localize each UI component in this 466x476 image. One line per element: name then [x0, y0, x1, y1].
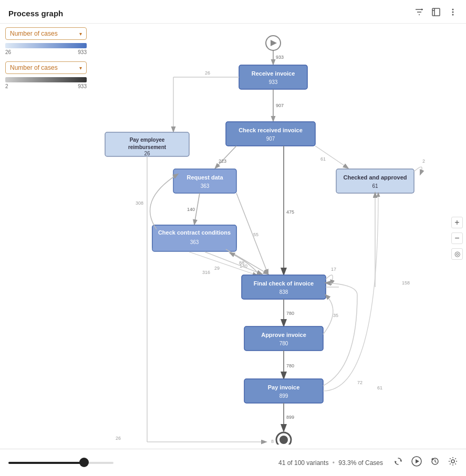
edge-label-26-bottom: 26	[116, 436, 121, 441]
variant-slider-container	[8, 462, 266, 464]
settings-icon[interactable]	[448, 457, 458, 469]
edge-label-72: 72	[357, 380, 363, 385]
edge-contract-final	[226, 249, 268, 274]
node-final-check[interactable]	[242, 275, 326, 299]
edge-approve-final	[323, 295, 333, 334]
edge-label-899: 899	[286, 415, 294, 420]
request-data-label: Request data	[187, 174, 223, 181]
receive-invoice-count: 933	[269, 79, 278, 85]
node-checked-approved[interactable]	[336, 169, 414, 193]
edge-pay-approved	[323, 193, 378, 391]
node-legend-max: 933	[78, 49, 87, 55]
node-receive-invoice[interactable]	[239, 65, 307, 89]
approve-invoice-count: 780	[279, 341, 288, 346]
svg-marker-6	[416, 459, 419, 463]
variant-slider-track	[8, 462, 113, 464]
zoom-controls: + − ◎	[451, 217, 463, 260]
edge-label-2: 2	[422, 158, 425, 164]
playback-controls	[393, 456, 458, 469]
edge-label-158: 158	[402, 280, 410, 285]
pay-employee-label: Pay employee	[130, 137, 165, 143]
check-contract-count: 363	[190, 239, 199, 245]
chevron-down-icon2: ▾	[79, 65, 82, 71]
edge-check-request	[215, 146, 236, 168]
end-node-inner	[279, 436, 288, 444]
node-legend-labels: 26 933	[5, 49, 87, 55]
edge-contract-final-29	[205, 252, 262, 274]
checked-approved-label: Checked and approved	[343, 174, 407, 181]
zoom-out-button[interactable]: −	[451, 232, 463, 244]
svg-point-0	[421, 9, 423, 10]
edge-label-61-bottom: 61	[377, 385, 382, 390]
cases-text: 93.3% of Cases	[338, 459, 383, 467]
variants-text: 41 of 100 variants	[278, 459, 328, 467]
edge-label-308: 308	[136, 200, 143, 206]
edge-label-907: 907	[276, 103, 284, 108]
edge-label-316: 316	[202, 270, 210, 275]
edge-label-475: 475	[286, 209, 294, 215]
node-color-label: Number of cases	[10, 30, 58, 37]
edge-legend-labels: 2 933	[5, 83, 87, 89]
edge-label-780-mid: 780	[286, 311, 294, 316]
pay-invoice-count: 899	[279, 393, 288, 399]
pay-employee-label2: reimbursement	[128, 144, 167, 150]
header: Process graph	[0, 0, 466, 24]
expand-icon[interactable]	[431, 7, 441, 19]
edge-label-780-bottom: 780	[286, 363, 294, 368]
header-actions	[415, 7, 458, 19]
pay-employee-count: 26	[144, 151, 150, 156]
edge-label-29: 29	[214, 266, 220, 271]
play-icon[interactable]	[411, 456, 422, 469]
pay-invoice-label: Pay invoice	[268, 384, 300, 390]
variant-count-text: 41 of 100 variants • 93.3% of Cases	[278, 459, 383, 467]
graph-area: 933 Receive invoice 933 907 26 Pay emplo…	[100, 27, 450, 445]
left-panel: Number of cases ▾ 26 933 Number of cases…	[5, 27, 100, 96]
main-container: Process graph	[0, 0, 466, 476]
edge-color-dropdown[interactable]: Number of cases ▾	[5, 61, 87, 74]
edge-label-61-top: 61	[320, 156, 326, 162]
edge-color-label: Number of cases	[10, 64, 58, 71]
edge-color-gradient	[5, 77, 87, 82]
edge-legend-max: 933	[78, 83, 87, 89]
approve-invoice-label: Approve invoice	[261, 332, 306, 338]
edge-label-8: 8	[271, 439, 274, 444]
edge-label-55: 55	[253, 232, 258, 237]
edge-label-223: 223	[219, 158, 226, 164]
chevron-down-icon: ▾	[79, 31, 82, 37]
svg-rect-1	[432, 8, 440, 16]
process-graph-svg: 933 Receive invoice 933 907 26 Pay emplo…	[100, 27, 441, 445]
reset-icon[interactable]	[430, 457, 440, 469]
more-options-icon[interactable]	[448, 7, 458, 19]
edge-label-35: 35	[333, 313, 338, 318]
variant-slider-thumb[interactable]	[79, 458, 89, 467]
edge-approved-self	[414, 167, 422, 174]
edge-label-17: 17	[331, 267, 336, 272]
bottom-bar: 41 of 100 variants • 93.3% of Cases	[0, 449, 466, 476]
filter-icon[interactable]	[415, 7, 424, 19]
node-color-dropdown[interactable]: Number of cases ▾	[5, 27, 87, 40]
node-request-data[interactable]	[173, 169, 236, 193]
final-check-count: 838	[279, 289, 288, 295]
svg-point-2	[452, 9, 454, 10]
node-approve-invoice[interactable]	[244, 326, 323, 351]
edge-label: 933	[276, 55, 284, 60]
edge-label-140-left: 140	[187, 207, 195, 212]
check-received-label: Check received invoice	[239, 127, 303, 133]
slider-fill	[8, 462, 84, 464]
node-pay-invoice[interactable]	[244, 379, 323, 403]
page-title: Process graph	[8, 9, 63, 18]
zoom-in-button[interactable]: +	[451, 217, 463, 228]
edge-request-check-contract	[194, 193, 200, 224]
refresh-icon[interactable]	[393, 457, 403, 469]
checked-approved-count: 61	[372, 183, 378, 189]
separator: •	[333, 459, 337, 467]
check-received-count: 907	[266, 136, 275, 142]
node-legend-min: 26	[5, 49, 11, 55]
svg-point-8	[451, 460, 454, 463]
request-data-count: 363	[201, 183, 210, 189]
svg-point-3	[452, 12, 454, 13]
fit-view-button[interactable]: ◎	[451, 248, 463, 260]
receive-invoice-label: Receive invoice	[252, 70, 295, 77]
node-check-received[interactable]	[226, 122, 315, 146]
edge-label-26-top: 26	[205, 70, 210, 76]
